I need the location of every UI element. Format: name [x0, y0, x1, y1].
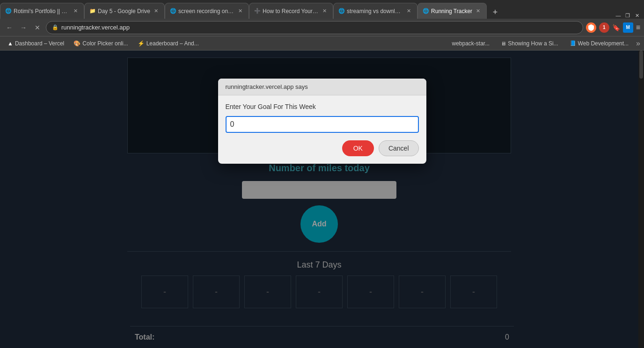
tab-streaming-close[interactable]: ✕	[405, 7, 412, 15]
tab-how-to-record-close[interactable]: ✕	[321, 7, 328, 15]
tab-drive-close[interactable]: ✕	[152, 7, 160, 15]
bookmark-label-leaderboard: Leaderboard – And...	[146, 40, 199, 47]
tab-drive[interactable]: 📁 Day 5 - Google Drive ✕	[84, 3, 165, 19]
bookmark-item-leaderboard[interactable]: ⚡ Leaderboard – And...	[134, 39, 203, 48]
bookmark-web-dev[interactable]: 📘 Web Development...	[566, 39, 633, 48]
tab-how-to-record-favicon: ➕	[254, 8, 261, 14]
minimize-button[interactable]: —	[615, 12, 622, 19]
bookmark-item-vercel[interactable]: ▲ Dashboard – Vercel	[4, 39, 68, 48]
notification-icon[interactable]: 1	[599, 22, 609, 33]
dialog-prompt: Enter Your Goal For This Week	[226, 103, 419, 110]
tab-streaming-favicon: 🌐	[338, 8, 345, 14]
new-tab-button[interactable]: +	[489, 6, 502, 19]
maximize-button[interactable]: ❐	[624, 12, 631, 19]
lock-icon: 🔒	[52, 24, 59, 30]
bookmark-label-color-picker: Color Picker onli...	[82, 40, 128, 47]
tab-screen-recording-label: screen recording on PC -	[178, 8, 234, 14]
color-picker-icon: 🎨	[73, 40, 80, 47]
menu-button[interactable]: ≡	[636, 23, 640, 32]
tab-portfolio-label: Rotimi's Portfolio || Home	[14, 8, 70, 14]
tab-screen-recording-close[interactable]: ✕	[236, 7, 244, 15]
address-bar[interactable]: 🔒 runningtracker.vercel.app	[46, 21, 583, 34]
bookmark-showing-how[interactable]: 🖥 Showing How a Si...	[497, 39, 562, 48]
right-bookmarks: webpack-star... 🖥 Showing How a Si... 📘 …	[448, 39, 641, 48]
dialog-input[interactable]	[226, 116, 419, 133]
page-content: Number of miles today Add Last 7 Days - …	[0, 51, 644, 348]
tab-screen-recording[interactable]: 🌐 screen recording on PC - ✕	[165, 3, 249, 19]
dialog-ok-button[interactable]: OK	[342, 140, 374, 156]
window-controls: — ❐ ✕	[615, 12, 644, 19]
brave-shield-icon[interactable]	[586, 22, 596, 33]
tab-how-to-record[interactable]: ➕ How to Record Your Com ✕	[249, 3, 333, 19]
dialog-title: runningtracker.vercel.app says	[226, 83, 308, 90]
tab-running-tracker-label: Running Tracker	[431, 8, 472, 14]
tab-bar: 🌐 Rotimi's Portfolio || Home ✕ 📁 Day 5 -…	[0, 0, 644, 19]
close-window-button[interactable]: ✕	[634, 12, 640, 19]
bookmarks-bar: ▲ Dashboard – Vercel 🎨 Color Picker onli…	[0, 36, 644, 51]
navigation-bar: ← → ✕ 🔒 runningtracker.vercel.app 1 🔖 M	[0, 19, 644, 36]
bookmarks-more-button[interactable]: »	[636, 39, 640, 48]
vercel-icon: ▲	[7, 40, 13, 47]
dialog-cancel-button[interactable]: Cancel	[379, 140, 419, 156]
microsoft-icon[interactable]: M	[623, 22, 633, 33]
tab-streaming[interactable]: 🌐 streaming vs downloadin... ✕	[333, 3, 417, 19]
dialog-overlay: runningtracker.vercel.app says Enter You…	[0, 51, 644, 348]
tab-running-tracker[interactable]: 🌐 Running Tracker ✕	[417, 3, 487, 19]
address-text: runningtracker.vercel.app	[61, 24, 577, 31]
dialog-header: runningtracker.vercel.app says	[218, 79, 426, 95]
bookmark-label-vercel: Dashboard – Vercel	[15, 40, 64, 47]
forward-button[interactable]: →	[18, 22, 29, 33]
nav-right-icons: 1 🔖 M ≡	[586, 22, 640, 33]
dialog-box: runningtracker.vercel.app says Enter You…	[218, 79, 426, 164]
tab-screen-recording-favicon: 🌐	[170, 8, 176, 14]
bookmark-item-color-picker[interactable]: 🎨 Color Picker onli...	[70, 39, 132, 48]
tab-portfolio-favicon: 🌐	[5, 8, 12, 14]
tab-running-tracker-close[interactable]: ✕	[474, 7, 482, 15]
bookmark-webpack[interactable]: webpack-star...	[448, 39, 494, 48]
dialog-body: Enter Your Goal For This Week OK Cancel	[218, 95, 426, 164]
reload-button[interactable]: ✕	[32, 22, 43, 33]
tab-streaming-label: streaming vs downloadin...	[347, 8, 403, 14]
tab-portfolio[interactable]: 🌐 Rotimi's Portfolio || Home ✕	[0, 3, 84, 19]
leaderboard-icon: ⚡	[138, 40, 145, 47]
browser-chrome: 🌐 Rotimi's Portfolio || Home ✕ 📁 Day 5 -…	[0, 0, 644, 51]
bookmark-icon[interactable]: 🔖	[612, 24, 620, 31]
bookmark-webdev-icon: 📘	[570, 40, 576, 46]
dialog-buttons: OK Cancel	[226, 140, 419, 156]
bookmark-showing-icon: 🖥	[501, 41, 506, 46]
tab-how-to-record-label: How to Record Your Com	[263, 8, 319, 14]
tab-portfolio-close[interactable]: ✕	[72, 7, 79, 15]
tab-drive-favicon: 📁	[89, 8, 96, 14]
tab-running-tracker-favicon: 🌐	[423, 8, 429, 14]
back-button[interactable]: ←	[4, 22, 15, 33]
tab-drive-label: Day 5 - Google Drive	[98, 8, 150, 14]
